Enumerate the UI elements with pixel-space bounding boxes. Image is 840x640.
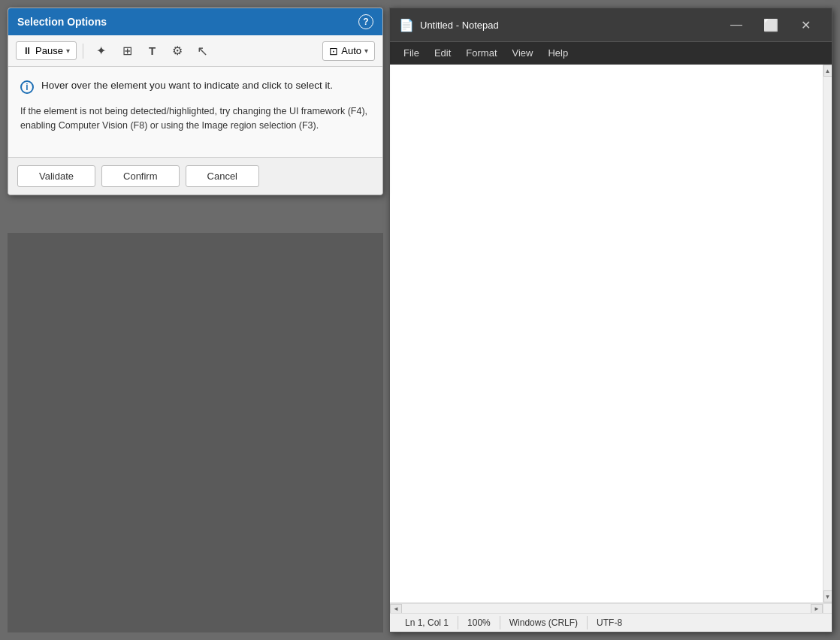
close-button[interactable]: ✕ — [788, 14, 823, 36]
settings-button[interactable]: ⚙ — [165, 40, 189, 62]
panel-titlebar: Selection Options ? — [8, 8, 382, 35]
pause-icon: ⏸ — [23, 45, 32, 56]
pause-dropdown-arrow: ▾ — [66, 47, 70, 55]
horizontal-scrollbar-row: ◄ ► — [390, 602, 832, 613]
validate-button[interactable]: Validate — [17, 165, 95, 187]
element-picker-button[interactable]: ✦ — [89, 40, 113, 62]
notepad-editor[interactable] — [390, 65, 823, 602]
scroll-track-v[interactable] — [823, 77, 832, 590]
vertical-scrollbar[interactable]: ▲ ▼ — [823, 65, 832, 602]
panel-title: Selection Options — [17, 16, 107, 28]
info-row: i Hover over the element you want to ind… — [20, 79, 370, 94]
scroll-up-arrow[interactable]: ▲ — [823, 65, 832, 77]
pause-button[interactable]: ⏸ Pause ▾ — [16, 41, 77, 60]
notepad-window: 📄 Untitled - Notepad — ⬜ ✕ File Edit For… — [389, 8, 832, 632]
text-icon: T — [149, 44, 156, 57]
menu-format[interactable]: Format — [458, 44, 504, 62]
info-icon: i — [20, 80, 34, 94]
auto-label: Auto — [341, 45, 361, 56]
notepad-title-text: Untitled - Notepad — [420, 20, 499, 31]
status-position: Ln 1, Col 1 — [396, 616, 458, 629]
panel-toolbar: ⏸ Pause ▾ ✦ ⊞ T ⚙ ↖ ⊡ Auto ▾ — [8, 35, 382, 67]
pause-label: Pause — [35, 45, 63, 56]
cursor-indicator: ↖ — [192, 43, 213, 59]
notepad-statusbar: Ln 1, Col 1 100% Windows (CRLF) UTF-8 — [390, 613, 832, 632]
menu-edit[interactable]: Edit — [427, 44, 458, 62]
horizontal-scrollbar[interactable]: ◄ ► — [390, 603, 823, 614]
text-selection-button[interactable]: T — [142, 41, 162, 61]
menu-view[interactable]: View — [505, 44, 541, 62]
notepad-editor-area: ▲ ▼ — [390, 65, 832, 602]
notepad-menubar: File Edit Format View Help — [390, 42, 832, 65]
menu-help[interactable]: Help — [540, 44, 576, 62]
image-icon: ⊞ — [122, 44, 132, 58]
help-button[interactable]: ? — [358, 14, 373, 29]
overlay-area — [8, 233, 383, 632]
restore-button[interactable]: ⬜ — [754, 14, 788, 36]
notepad-titlebar: 📄 Untitled - Notepad — ⬜ ✕ — [390, 8, 832, 42]
cancel-button[interactable]: Cancel — [186, 165, 259, 187]
scroll-down-arrow[interactable]: ▼ — [823, 590, 832, 602]
panel-content: i Hover over the element you want to ind… — [8, 67, 382, 157]
scroll-corner — [823, 603, 832, 614]
notepad-title-left: 📄 Untitled - Notepad — [399, 18, 499, 32]
auto-select-icon: ⊡ — [329, 45, 338, 57]
minimize-button[interactable]: — — [719, 14, 754, 36]
selection-options-panel: Selection Options ? ⏸ Pause ▾ ✦ ⊞ T ⚙ ↖ — [8, 8, 383, 195]
confirm-button[interactable]: Confirm — [101, 165, 180, 187]
menu-file[interactable]: File — [396, 44, 427, 62]
status-line-ending: Windows (CRLF) — [500, 616, 588, 629]
auto-button[interactable]: ⊡ Auto ▾ — [322, 41, 375, 61]
panel-footer: Validate Confirm Cancel — [8, 157, 382, 195]
auto-dropdown-arrow: ▾ — [364, 47, 368, 55]
toolbar-separator-1 — [83, 44, 83, 59]
settings-icon: ⚙ — [172, 44, 183, 58]
hint-text: If the element is not being detected/hig… — [20, 104, 370, 133]
spark-icon: ✦ — [96, 44, 106, 58]
status-zoom: 100% — [458, 616, 500, 629]
notepad-icon: 📄 — [399, 18, 414, 32]
image-region-button[interactable]: ⊞ — [116, 40, 139, 62]
info-title: Hover over the element you want to indic… — [41, 79, 333, 93]
status-encoding: UTF-8 — [588, 616, 631, 629]
titlebar-controls: — ⬜ ✕ — [719, 14, 823, 36]
